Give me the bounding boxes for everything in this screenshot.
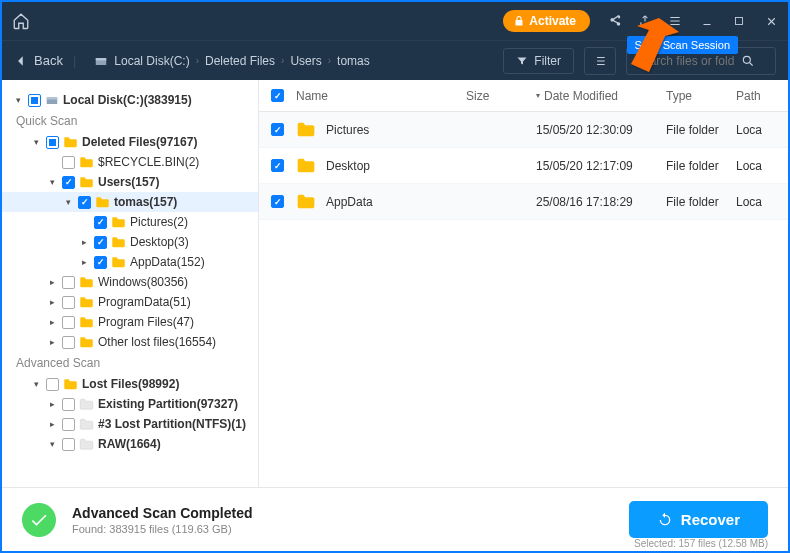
folder-icon <box>79 296 94 309</box>
folder-icon <box>79 398 94 411</box>
tree-deleted-files[interactable]: ▾ Deleted Files(97167) <box>2 132 258 152</box>
tree-existing[interactable]: ▸ Existing Partition(97327) <box>2 394 258 414</box>
col-size[interactable]: Size <box>466 89 536 103</box>
folder-icon <box>296 121 316 138</box>
activate-button[interactable]: Activate <box>503 10 590 32</box>
tree-label: #3 Lost Partition(NTFS)(1) <box>98 417 246 431</box>
svg-rect-2 <box>96 58 107 60</box>
folder-icon <box>79 438 94 451</box>
checkbox[interactable] <box>62 156 75 169</box>
tree-lost3[interactable]: ▸ #3 Lost Partition(NTFS)(1) <box>2 414 258 434</box>
checkbox[interactable] <box>62 336 75 349</box>
folder-icon <box>79 316 94 329</box>
tree-root[interactable]: ▾ Local Disk(C:)(383915) <box>2 90 258 110</box>
home-icon[interactable] <box>12 12 30 30</box>
checkbox[interactable] <box>62 276 75 289</box>
maximize-icon[interactable] <box>732 14 746 28</box>
tree-programfiles[interactable]: ▸ Program Files(47) <box>2 312 258 332</box>
export-icon[interactable] <box>638 14 652 28</box>
folder-icon <box>79 156 94 169</box>
disk-icon <box>94 54 108 68</box>
tree-label: Other lost files(16554) <box>98 335 216 349</box>
folder-icon <box>79 176 94 189</box>
checkbox[interactable] <box>94 236 107 249</box>
minimize-icon[interactable] <box>700 14 714 28</box>
tree-tomas[interactable]: ▾ tomas(157) <box>2 192 258 212</box>
file-path: Loca <box>736 123 776 137</box>
tree-recycle[interactable]: $RECYCLE.BIN(2) <box>2 152 258 172</box>
checkbox[interactable] <box>62 398 75 411</box>
checkbox[interactable] <box>46 378 59 391</box>
recover-icon <box>657 512 673 528</box>
crumb-0[interactable]: Local Disk(C:) <box>114 54 189 68</box>
crumb-1[interactable]: Deleted Files <box>205 54 275 68</box>
back-button[interactable]: Back <box>14 53 63 68</box>
select-all-checkbox[interactable] <box>271 89 284 102</box>
tree-otherlost[interactable]: ▸ Other lost files(16554) <box>2 332 258 352</box>
col-date[interactable]: ▾Date Modified <box>536 89 666 103</box>
svg-rect-0 <box>736 18 743 25</box>
tree-label: Deleted Files(97167) <box>82 135 197 149</box>
checkbox[interactable] <box>62 176 75 189</box>
file-name: Pictures <box>326 123 466 137</box>
checkbox[interactable] <box>271 123 284 136</box>
checkbox[interactable] <box>271 159 284 172</box>
menu-icon[interactable] <box>668 14 682 28</box>
tree-users[interactable]: ▾ Users(157) <box>2 172 258 192</box>
tree-windows[interactable]: ▸ Windows(80356) <box>2 272 258 292</box>
recover-button[interactable]: Recover <box>629 501 768 538</box>
folder-icon <box>296 157 316 174</box>
checkbox[interactable] <box>94 256 107 269</box>
tree-label: Pictures(2) <box>130 215 188 229</box>
breadcrumb: Local Disk(C:) › Deleted Files › Users ›… <box>94 54 369 68</box>
col-name[interactable]: Name <box>296 89 466 103</box>
checkbox[interactable] <box>94 216 107 229</box>
search-input[interactable] <box>635 54 735 68</box>
save-session-tooltip: Save Scan Session <box>627 36 738 54</box>
checkbox[interactable] <box>28 94 41 107</box>
tree-label: Existing Partition(97327) <box>98 397 238 411</box>
tree-raw[interactable]: ▾ RAW(1664) <box>2 434 258 454</box>
tree-label: Users(157) <box>98 175 159 189</box>
checkbox[interactable] <box>62 418 75 431</box>
recover-label: Recover <box>681 511 740 528</box>
checkbox[interactable] <box>62 316 75 329</box>
checkbox[interactable] <box>78 196 91 209</box>
file-type: File folder <box>666 195 736 209</box>
file-date: 15/05/20 12:17:09 <box>536 159 666 173</box>
table-row[interactable]: Desktop 15/05/20 12:17:09 File folder Lo… <box>259 148 788 184</box>
tree-appdata[interactable]: ▸ AppData(152) <box>2 252 258 272</box>
table-row[interactable]: Pictures 15/05/20 12:30:09 File folder L… <box>259 112 788 148</box>
checkbox[interactable] <box>46 136 59 149</box>
tree-programdata[interactable]: ▸ ProgramData(51) <box>2 292 258 312</box>
view-toggle-button[interactable] <box>584 47 616 75</box>
filter-label: Filter <box>534 54 561 68</box>
crumb-2[interactable]: Users <box>290 54 321 68</box>
list-header: Name Size ▾Date Modified Type Path <box>259 80 788 112</box>
tree-label: $RECYCLE.BIN(2) <box>98 155 199 169</box>
col-path[interactable]: Path <box>736 89 776 103</box>
tree-pictures[interactable]: Pictures(2) <box>2 212 258 232</box>
filter-button[interactable]: Filter <box>503 48 574 74</box>
scan-status-sub: Found: 383915 files (119.63 GB) <box>72 523 253 535</box>
advanced-scan-label: Advanced Scan <box>2 352 258 374</box>
tree-desktop[interactable]: ▸ Desktop(3) <box>2 232 258 252</box>
folder-icon <box>296 193 316 210</box>
tree-label: ProgramData(51) <box>98 295 191 309</box>
tree-lostfiles[interactable]: ▾ Lost Files(98992) <box>2 374 258 394</box>
table-row[interactable]: AppData 25/08/16 17:18:29 File folder Lo… <box>259 184 788 220</box>
checkbox[interactable] <box>271 195 284 208</box>
tree-label: tomas(157) <box>114 195 177 209</box>
file-name: Desktop <box>326 159 466 173</box>
file-date: 25/08/16 17:18:29 <box>536 195 666 209</box>
folder-icon <box>63 378 78 391</box>
checkbox[interactable] <box>62 296 75 309</box>
crumb-3[interactable]: tomas <box>337 54 370 68</box>
tree-label: AppData(152) <box>130 255 205 269</box>
col-type[interactable]: Type <box>666 89 736 103</box>
checkbox[interactable] <box>62 438 75 451</box>
share-icon[interactable] <box>608 14 622 28</box>
activate-label: Activate <box>529 14 576 28</box>
close-icon[interactable] <box>764 14 778 28</box>
file-type: File folder <box>666 159 736 173</box>
